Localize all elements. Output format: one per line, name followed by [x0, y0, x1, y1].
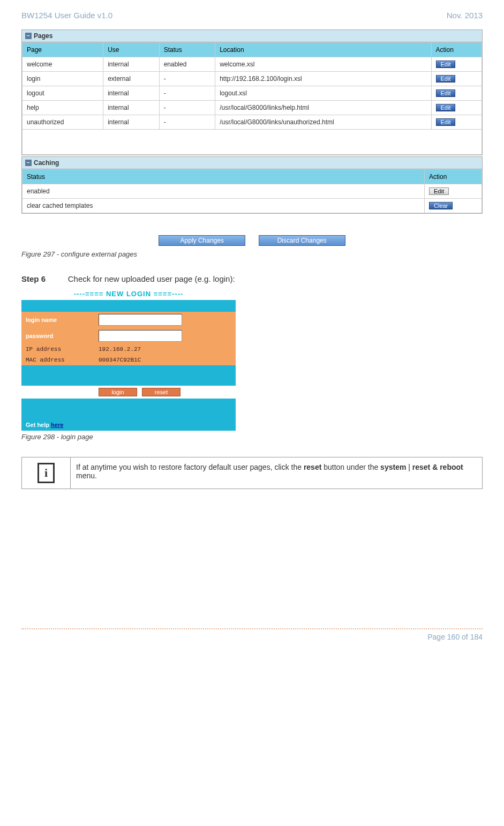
table-row: logoutinternal-logout.xslEdit [22, 86, 482, 101]
col-use: Use [103, 43, 159, 57]
cell-status: enabled [159, 57, 215, 72]
figure-297-caption: Figure 297 - configure external pages [21, 250, 483, 258]
mac-value: 000347C92B1C [94, 355, 236, 365]
table-row: welcomeinternalenabledwelcome.xslEdit [22, 57, 482, 72]
caching-table: Status Action enabledEditclear cached te… [22, 169, 482, 213]
login-divider [21, 365, 236, 386]
cell-location: welcome.xsl [215, 57, 431, 72]
table-spacer [22, 130, 482, 155]
note-b1: reset [304, 463, 321, 471]
login-name-input[interactable] [99, 314, 182, 326]
pages-table: Page Use Status Location Action welcomei… [22, 42, 482, 155]
step-6-line: Step 6 Check for new uploaded user page … [21, 274, 483, 283]
cell-status: enabled [22, 184, 425, 199]
table-row: enabledEdit [22, 184, 482, 199]
note-b3: reset & reboot [412, 463, 463, 471]
login-page-preview: ----==== NEW LOGIN ====---- login name p… [21, 288, 236, 431]
info-note: i If at anytime you wish to restore fact… [21, 457, 483, 489]
table-row: loginexternal-http://192.168.2.100/login… [22, 72, 482, 86]
table-row: clear cached templatesClear [22, 199, 482, 213]
cell-use: internal [103, 115, 159, 130]
help-prefix: Get help [26, 422, 51, 428]
cell-page: unauthorized [22, 115, 103, 130]
cell-use: internal [103, 86, 159, 101]
col-action: Action [425, 170, 482, 184]
note-b2: system [380, 463, 406, 471]
cell-page: logout [22, 86, 103, 101]
cell-use: internal [103, 57, 159, 72]
login-name-label: login name [21, 312, 94, 328]
col-location: Location [215, 43, 431, 57]
ip-label: IP address [21, 344, 94, 355]
note-t1: If at anytime you wish to restore factor… [76, 463, 304, 471]
form-buttons: Apply Changes Discard Changes [21, 235, 483, 246]
cell-page: welcome [22, 57, 103, 72]
password-label: password [21, 328, 94, 344]
info-icon: i [37, 463, 55, 483]
login-divider [21, 300, 236, 312]
cell-page: login [22, 72, 103, 86]
caching-panel: − Caching Status Action enabledEditclear… [21, 156, 483, 214]
pages-header-row: Page Use Status Location Action [22, 43, 482, 57]
password-input[interactable] [99, 330, 182, 342]
cell-status: clear cached templates [22, 199, 425, 213]
pages-panel-title-label: Pages [34, 32, 52, 40]
login-title: ----==== NEW LOGIN ====---- [21, 288, 236, 300]
table-row: unauthorizedinternal-/usr/local/G8000/li… [22, 115, 482, 130]
edit-button[interactable]: Edit [436, 61, 456, 68]
col-page: Page [22, 43, 103, 57]
caching-panel-title[interactable]: − Caching [22, 157, 482, 169]
col-status: Status [22, 170, 425, 184]
collapse-icon[interactable]: − [25, 33, 32, 39]
edit-button[interactable]: Edit [436, 75, 456, 82]
mac-label: MAC address [21, 355, 94, 365]
edit-button[interactable]: Edit [429, 187, 449, 195]
cell-location: /usr/local/G8000/links/unauthorized.html [215, 115, 431, 130]
help-row: Get help here [21, 419, 236, 431]
collapse-icon[interactable]: − [25, 160, 32, 166]
page-footer: Page 160 of 184 [21, 628, 483, 641]
help-link[interactable]: here [51, 422, 63, 428]
col-action: Action [431, 43, 482, 57]
cell-page: help [22, 101, 103, 115]
table-row: helpinternal-/usr/local/G8000/links/help… [22, 101, 482, 115]
step-text: Check for new uploaded user page (e.g. l… [68, 274, 235, 283]
cell-location: /usr/local/G8000/links/help.html [215, 101, 431, 115]
clear-button[interactable]: Clear [429, 202, 453, 209]
note-t3: | [406, 463, 412, 471]
pages-panel-title[interactable]: − Pages [22, 30, 482, 42]
apply-changes-button[interactable]: Apply Changes [159, 235, 245, 246]
cell-location: http://192.168.2.100/login.xsl [215, 72, 431, 86]
cell-status: - [159, 86, 215, 101]
edit-button[interactable]: Edit [436, 104, 456, 111]
edit-button[interactable]: Edit [436, 89, 456, 97]
info-text: If at anytime you wish to restore factor… [71, 457, 483, 489]
cell-location: logout.xsl [215, 86, 431, 101]
cell-status: - [159, 101, 215, 115]
cell-use: external [103, 72, 159, 86]
edit-button[interactable]: Edit [436, 118, 456, 126]
reset-button[interactable]: reset [142, 388, 180, 396]
login-button[interactable]: login [99, 388, 137, 396]
col-status: Status [159, 43, 215, 57]
login-divider [21, 399, 236, 419]
step-label: Step 6 [21, 274, 46, 283]
cell-use: internal [103, 101, 159, 115]
figure-298-caption: Figure 298 - login page [21, 433, 483, 441]
discard-changes-button[interactable]: Discard Changes [259, 235, 345, 246]
note-t2: button under the [321, 463, 380, 471]
cell-status: - [159, 72, 215, 86]
ip-value: 192.168.2.27 [94, 344, 236, 355]
pages-panel: − Pages Page Use Status Location Action … [21, 29, 483, 155]
doc-header-left: BW1254 User Guide v1.0 [21, 11, 112, 20]
caching-header-row: Status Action [22, 170, 482, 184]
info-icon-cell: i [22, 457, 71, 489]
doc-header: BW1254 User Guide v1.0 Nov. 2013 [21, 11, 483, 20]
caching-panel-title-label: Caching [34, 159, 59, 167]
doc-header-right: Nov. 2013 [447, 11, 483, 20]
note-t4: menu. [76, 471, 97, 480]
cell-status: - [159, 115, 215, 130]
